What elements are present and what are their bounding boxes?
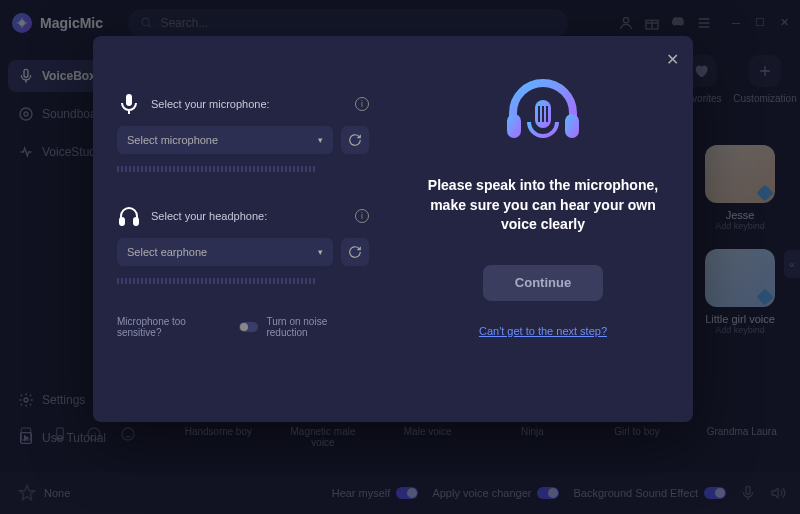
close-icon[interactable]: ✕ <box>666 50 679 69</box>
info-icon[interactable]: i <box>355 97 369 111</box>
noise-action: Turn on noise reduction <box>266 316 369 338</box>
mic-field-row: Select your microphone: i <box>117 92 369 116</box>
noise-reduction-toggle[interactable] <box>239 322 259 332</box>
setup-modal: ✕ Select your microphone: i Select micro… <box>93 36 693 422</box>
modal-left-panel: Select your microphone: i Select microph… <box>93 36 393 422</box>
svg-rect-15 <box>134 218 138 225</box>
svg-rect-16 <box>507 114 521 138</box>
headset-mic-hero-icon <box>493 76 593 156</box>
noise-question: Microphone too sensitive? <box>117 316 231 338</box>
mic-label: Select your microphone: <box>151 98 345 110</box>
chevron-down-icon: ▾ <box>318 135 323 145</box>
refresh-icon <box>348 133 362 147</box>
headphone-level-meter <box>117 276 369 286</box>
microphone-icon <box>117 92 141 116</box>
continue-button[interactable]: Continue <box>483 265 603 301</box>
headphone-field-row: Select your headphone: i <box>117 204 369 228</box>
refresh-headphone-button[interactable] <box>341 238 369 266</box>
svg-rect-14 <box>120 218 124 225</box>
info-icon[interactable]: i <box>355 209 369 223</box>
refresh-mic-button[interactable] <box>341 126 369 154</box>
headphone-label: Select your headphone: <box>151 210 345 222</box>
refresh-icon <box>348 245 362 259</box>
mic-level-meter <box>117 164 369 174</box>
help-link[interactable]: Can't get to the next step? <box>479 325 607 337</box>
svg-rect-17 <box>565 114 579 138</box>
instruction-text: Please speak into the microphone, make s… <box>423 176 663 235</box>
headphone-select[interactable]: Select earphone ▾ <box>117 238 333 266</box>
noise-reduction-row: Microphone too sensitive? Turn on noise … <box>117 316 369 338</box>
microphone-select[interactable]: Select microphone ▾ <box>117 126 333 154</box>
svg-rect-13 <box>126 94 132 106</box>
headphone-icon <box>117 204 141 228</box>
modal-right-panel: Please speak into the microphone, make s… <box>393 36 693 422</box>
chevron-down-icon: ▾ <box>318 247 323 257</box>
